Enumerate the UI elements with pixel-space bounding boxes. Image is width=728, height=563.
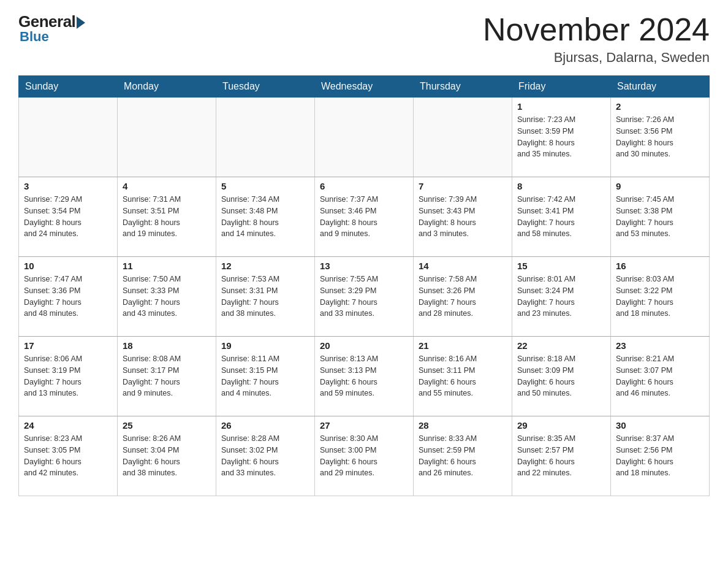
day-number: 12 [221, 261, 309, 271]
day-number: 25 [123, 420, 211, 431]
calendar-table: SundayMondayTuesdayWednesdayThursdayFrid… [18, 75, 710, 496]
calendar-cell: 30Sunrise: 8:37 AM Sunset: 2:56 PM Dayli… [611, 416, 710, 496]
day-number: 28 [419, 420, 507, 431]
day-header-tuesday: Tuesday [216, 76, 315, 98]
day-info: Sunrise: 8:30 AM Sunset: 3:00 PM Dayligh… [320, 433, 408, 479]
day-number: 10 [24, 261, 112, 271]
day-info: Sunrise: 7:53 AM Sunset: 3:31 PM Dayligh… [221, 274, 309, 320]
day-info: Sunrise: 7:47 AM Sunset: 3:36 PM Dayligh… [24, 274, 112, 320]
calendar-cell: 7Sunrise: 7:39 AM Sunset: 3:43 PM Daylig… [414, 177, 512, 257]
day-number: 4 [123, 181, 211, 191]
calendar-cell: 2Sunrise: 7:26 AM Sunset: 3:56 PM Daylig… [611, 98, 710, 177]
calendar-cell: 6Sunrise: 7:37 AM Sunset: 3:46 PM Daylig… [315, 177, 414, 257]
day-info: Sunrise: 7:39 AM Sunset: 3:43 PM Dayligh… [419, 194, 507, 240]
day-number: 30 [616, 420, 704, 431]
day-info: Sunrise: 7:31 AM Sunset: 3:51 PM Dayligh… [123, 194, 211, 240]
calendar-week-3: 10Sunrise: 7:47 AM Sunset: 3:36 PM Dayli… [19, 257, 710, 337]
calendar-cell: 3Sunrise: 7:29 AM Sunset: 3:54 PM Daylig… [19, 177, 118, 257]
calendar-cell: 17Sunrise: 8:06 AM Sunset: 3:19 PM Dayli… [19, 337, 118, 416]
day-info: Sunrise: 8:23 AM Sunset: 3:05 PM Dayligh… [24, 433, 112, 479]
day-number: 22 [517, 340, 605, 351]
day-number: 17 [24, 340, 112, 351]
calendar-cell [315, 98, 414, 177]
day-number: 9 [616, 181, 704, 191]
calendar-cell: 10Sunrise: 7:47 AM Sunset: 3:36 PM Dayli… [19, 257, 118, 337]
calendar-cell: 29Sunrise: 8:35 AM Sunset: 2:57 PM Dayli… [512, 416, 611, 496]
calendar-cell: 12Sunrise: 7:53 AM Sunset: 3:31 PM Dayli… [216, 257, 315, 337]
calendar-cell: 14Sunrise: 7:58 AM Sunset: 3:26 PM Dayli… [414, 257, 512, 337]
day-info: Sunrise: 7:26 AM Sunset: 3:56 PM Dayligh… [616, 114, 704, 160]
calendar-header-row: SundayMondayTuesdayWednesdayThursdayFrid… [19, 76, 710, 98]
calendar-cell: 1Sunrise: 7:23 AM Sunset: 3:59 PM Daylig… [512, 98, 611, 177]
calendar-cell: 16Sunrise: 8:03 AM Sunset: 3:22 PM Dayli… [611, 257, 710, 337]
day-number: 27 [320, 420, 408, 431]
calendar-cell: 13Sunrise: 7:55 AM Sunset: 3:29 PM Dayli… [315, 257, 414, 337]
calendar-cell: 25Sunrise: 8:26 AM Sunset: 3:04 PM Dayli… [118, 416, 216, 496]
logo: General Blue [18, 12, 85, 45]
calendar-cell: 26Sunrise: 8:28 AM Sunset: 3:02 PM Dayli… [216, 416, 315, 496]
day-info: Sunrise: 7:55 AM Sunset: 3:29 PM Dayligh… [320, 274, 408, 320]
day-number: 21 [419, 340, 507, 351]
calendar-cell: 11Sunrise: 7:50 AM Sunset: 3:33 PM Dayli… [118, 257, 216, 337]
day-header-monday: Monday [118, 76, 216, 98]
day-info: Sunrise: 8:01 AM Sunset: 3:24 PM Dayligh… [517, 274, 605, 320]
calendar-cell: 20Sunrise: 8:13 AM Sunset: 3:13 PM Dayli… [315, 337, 414, 416]
logo-arrow-icon [77, 17, 85, 29]
day-number: 13 [320, 261, 408, 271]
day-number: 19 [221, 340, 309, 351]
calendar-cell: 9Sunrise: 7:45 AM Sunset: 3:38 PM Daylig… [611, 177, 710, 257]
day-number: 8 [517, 181, 605, 191]
day-number: 26 [221, 420, 309, 431]
day-info: Sunrise: 8:26 AM Sunset: 3:04 PM Dayligh… [123, 433, 211, 479]
day-info: Sunrise: 8:37 AM Sunset: 2:56 PM Dayligh… [616, 433, 704, 479]
day-number: 6 [320, 181, 408, 191]
day-info: Sunrise: 7:42 AM Sunset: 3:41 PM Dayligh… [517, 194, 605, 240]
calendar-week-4: 17Sunrise: 8:06 AM Sunset: 3:19 PM Dayli… [19, 337, 710, 416]
day-header-wednesday: Wednesday [315, 76, 414, 98]
location-text: Bjursas, Dalarna, Sweden [483, 50, 710, 66]
page-header: General Blue November 2024 Bjursas, Dala… [18, 12, 710, 66]
calendar-cell: 23Sunrise: 8:21 AM Sunset: 3:07 PM Dayli… [611, 337, 710, 416]
day-info: Sunrise: 8:16 AM Sunset: 3:11 PM Dayligh… [419, 353, 507, 399]
day-info: Sunrise: 8:06 AM Sunset: 3:19 PM Dayligh… [24, 353, 112, 399]
day-info: Sunrise: 8:13 AM Sunset: 3:13 PM Dayligh… [320, 353, 408, 399]
calendar-cell: 22Sunrise: 8:18 AM Sunset: 3:09 PM Dayli… [512, 337, 611, 416]
day-number: 2 [616, 101, 704, 112]
title-block: November 2024 Bjursas, Dalarna, Sweden [483, 12, 710, 66]
day-info: Sunrise: 8:35 AM Sunset: 2:57 PM Dayligh… [517, 433, 605, 479]
calendar-cell: 15Sunrise: 8:01 AM Sunset: 3:24 PM Dayli… [512, 257, 611, 337]
day-header-saturday: Saturday [611, 76, 710, 98]
day-info: Sunrise: 8:33 AM Sunset: 2:59 PM Dayligh… [419, 433, 507, 479]
calendar-week-5: 24Sunrise: 8:23 AM Sunset: 3:05 PM Dayli… [19, 416, 710, 496]
day-info: Sunrise: 8:18 AM Sunset: 3:09 PM Dayligh… [517, 353, 605, 399]
logo-blue-text: Blue [20, 29, 49, 45]
calendar-week-2: 3Sunrise: 7:29 AM Sunset: 3:54 PM Daylig… [19, 177, 710, 257]
calendar-cell: 18Sunrise: 8:08 AM Sunset: 3:17 PM Dayli… [118, 337, 216, 416]
calendar-cell: 19Sunrise: 8:11 AM Sunset: 3:15 PM Dayli… [216, 337, 315, 416]
day-info: Sunrise: 7:37 AM Sunset: 3:46 PM Dayligh… [320, 194, 408, 240]
day-info: Sunrise: 8:03 AM Sunset: 3:22 PM Dayligh… [616, 274, 704, 320]
calendar-week-1: 1Sunrise: 7:23 AM Sunset: 3:59 PM Daylig… [19, 98, 710, 177]
calendar-cell: 5Sunrise: 7:34 AM Sunset: 3:48 PM Daylig… [216, 177, 315, 257]
day-info: Sunrise: 8:11 AM Sunset: 3:15 PM Dayligh… [221, 353, 309, 399]
day-number: 15 [517, 261, 605, 271]
day-info: Sunrise: 7:58 AM Sunset: 3:26 PM Dayligh… [419, 274, 507, 320]
day-info: Sunrise: 7:50 AM Sunset: 3:33 PM Dayligh… [123, 274, 211, 320]
day-header-thursday: Thursday [414, 76, 512, 98]
day-number: 29 [517, 420, 605, 431]
day-number: 20 [320, 340, 408, 351]
day-info: Sunrise: 8:28 AM Sunset: 3:02 PM Dayligh… [221, 433, 309, 479]
day-header-sunday: Sunday [19, 76, 118, 98]
calendar-cell: 24Sunrise: 8:23 AM Sunset: 3:05 PM Dayli… [19, 416, 118, 496]
day-info: Sunrise: 8:21 AM Sunset: 3:07 PM Dayligh… [616, 353, 704, 399]
day-number: 24 [24, 420, 112, 431]
day-number: 3 [24, 181, 112, 191]
day-number: 1 [517, 101, 605, 112]
calendar-cell: 4Sunrise: 7:31 AM Sunset: 3:51 PM Daylig… [118, 177, 216, 257]
calendar-cell [216, 98, 315, 177]
day-info: Sunrise: 8:08 AM Sunset: 3:17 PM Dayligh… [123, 353, 211, 399]
day-number: 14 [419, 261, 507, 271]
day-number: 18 [123, 340, 211, 351]
calendar-cell [118, 98, 216, 177]
day-number: 5 [221, 181, 309, 191]
